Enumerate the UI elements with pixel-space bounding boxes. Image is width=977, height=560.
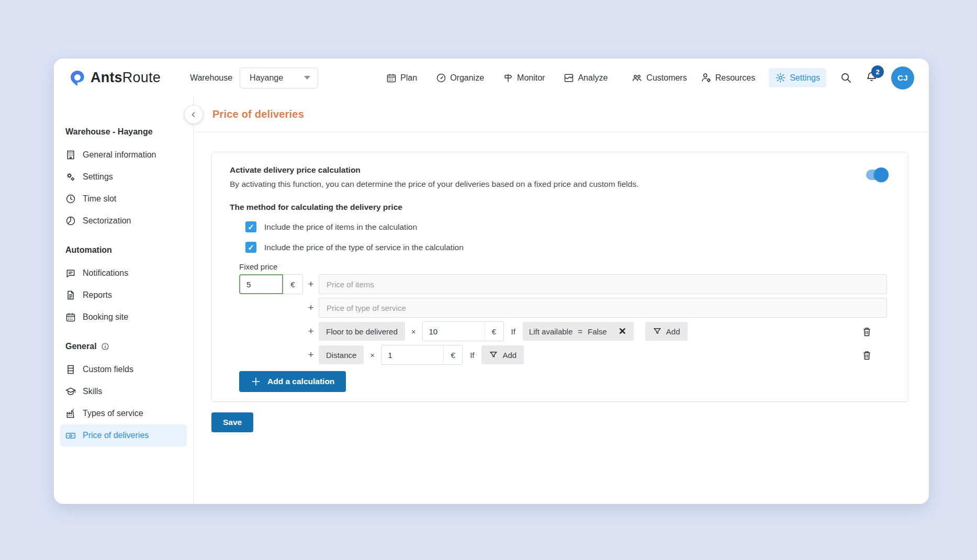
sidebar-item-reports[interactable]: Reports	[60, 284, 187, 306]
nav-item-label: Settings	[790, 73, 820, 83]
sidebar-item-label: General information	[83, 150, 156, 160]
sidebar-item-notifications[interactable]: Notifications	[60, 262, 187, 284]
delete-row-button[interactable]	[861, 326, 872, 337]
custom-field-chip-distance[interactable]: Distance	[319, 345, 364, 364]
avatar[interactable]: CJ	[891, 66, 914, 89]
multiply-operator: ×	[411, 327, 416, 336]
toggle-knob	[874, 167, 889, 182]
distance-rate-input[interactable]	[381, 345, 443, 364]
warehouse-select-value: Hayange	[250, 73, 283, 83]
sidebar-item-booking-site[interactable]: Booking site	[60, 306, 187, 328]
sidebar-item-skills[interactable]: Skills	[60, 380, 187, 402]
person-gear-icon	[701, 72, 712, 83]
nav-right-group: Customers Resources Settings 2 CJ	[632, 66, 914, 89]
remove-condition-button[interactable]: ✕	[617, 326, 627, 337]
nav-item-resources[interactable]: Resources	[701, 72, 755, 83]
page-header: Price of deliveries	[194, 97, 929, 132]
main-nav-menu: Plan Organize Monitor Analyze	[386, 73, 608, 83]
sidebar-section-title: Warehouse - Hayange	[60, 127, 187, 137]
if-label: If	[470, 351, 474, 360]
floor-rate-input[interactable]	[423, 322, 485, 341]
sidebar-item-label: Price of deliveries	[83, 431, 149, 440]
factory-icon	[65, 408, 76, 419]
condition-operator: =	[578, 327, 582, 336]
activation-toggle[interactable]	[866, 170, 887, 180]
nav-item-settings[interactable]: Settings	[769, 68, 826, 87]
add-calculation-button[interactable]: Add a calculation	[239, 371, 346, 392]
nav-item-plan[interactable]: Plan	[386, 73, 417, 83]
nav-item-label: Resources	[715, 73, 755, 83]
distance-rate-group: €	[381, 345, 463, 365]
checkbox-checked-icon[interactable]: ✓	[245, 221, 256, 232]
sidebar-item-sectorization[interactable]: Sectorization	[60, 210, 187, 232]
save-button[interactable]: Save	[211, 412, 253, 432]
nav-item-organize[interactable]: Organize	[436, 73, 484, 83]
currency-suffix: €	[283, 274, 303, 294]
sidebar-item-types-of-service[interactable]: Types of service	[60, 402, 187, 424]
sidebar-item-custom-fields[interactable]: Custom fields	[60, 359, 187, 380]
nav-item-label: Plan	[400, 73, 417, 83]
checkbox-row-items[interactable]: ✓ Include the price of items in the calc…	[245, 221, 887, 232]
calendar-icon	[386, 73, 397, 83]
back-button[interactable]	[185, 106, 203, 124]
chevron-down-icon	[304, 76, 310, 80]
notifications-bell[interactable]: 2	[866, 71, 878, 85]
fixed-price-label: Fixed price	[239, 262, 887, 271]
nav-item-monitor[interactable]: Monitor	[503, 73, 545, 83]
sidebar-item-settings[interactable]: Settings	[60, 166, 187, 188]
gears-icon	[65, 172, 76, 182]
sidebar-item-price-of-deliveries[interactable]: Price of deliveries	[60, 424, 187, 446]
fixed-price-group: €	[239, 274, 303, 294]
sidebar-item-label: Custom fields	[83, 365, 133, 374]
plus-operator: +	[303, 349, 319, 361]
condition-value: False	[588, 327, 607, 336]
nav-item-customers[interactable]: Customers	[632, 72, 687, 83]
calculation-builder: Fixed price € +	[239, 262, 887, 392]
app-window: AntsRoute Warehouse Hayange Plan Organiz…	[54, 59, 929, 504]
sidebar-item-general-information[interactable]: General information	[60, 144, 187, 166]
sidebar-item-time-slot[interactable]: Time slot	[60, 188, 187, 210]
delete-row-button[interactable]	[861, 350, 872, 361]
checkbox-label: Include the price of items in the calcul…	[264, 222, 417, 232]
checkbox-row-service[interactable]: ✓ Include the price of the type of servi…	[245, 242, 887, 253]
document-icon	[65, 290, 76, 300]
search-button[interactable]	[840, 72, 852, 84]
warehouse-label: Warehouse	[190, 73, 232, 83]
custom-field-chip-floor[interactable]: Floor to be delivered	[319, 322, 405, 341]
sidebar-section-title: Automation	[60, 245, 187, 255]
calc-row-type-of-service: +	[239, 298, 887, 318]
antsroute-logo[interactable]: AntsRoute	[69, 69, 161, 87]
sidebar-item-label: Settings	[83, 172, 113, 182]
add-filter-button[interactable]: Add	[481, 345, 524, 364]
condition-chip-lift[interactable]: Lift available = False ✕	[523, 322, 634, 341]
nav-item-label: Organize	[450, 73, 484, 83]
main-content: Price of deliveries Activate delivery pr…	[194, 97, 929, 504]
checkbox-checked-icon[interactable]: ✓	[245, 242, 256, 253]
warehouse-selector-group: Warehouse Hayange	[190, 68, 318, 88]
notification-badge: 2	[871, 65, 884, 78]
floor-rate-group: €	[422, 321, 504, 341]
trash-icon	[861, 326, 872, 337]
fixed-price-input[interactable]	[239, 274, 283, 294]
method-title: The method for calculating the delivery …	[230, 203, 887, 212]
list-icon	[65, 364, 76, 375]
nav-item-analyze[interactable]: Analyze	[564, 73, 608, 83]
condition-field: Lift available	[529, 327, 572, 336]
add-filter-label: Add	[666, 327, 680, 336]
price-calculation-card: Activate delivery price calculation By a…	[211, 152, 908, 402]
calc-row-floor: + Floor to be delivered × € If Lift avai…	[239, 321, 887, 341]
graduation-cap-icon	[65, 386, 76, 397]
checkbox-label: Include the price of the type of service…	[264, 243, 464, 252]
plus-operator: +	[303, 278, 319, 290]
sidebar-section-title: General	[60, 342, 187, 351]
add-filter-label: Add	[502, 351, 516, 360]
add-calculation-label: Add a calculation	[267, 377, 334, 386]
antsroute-logo-icon	[69, 69, 86, 87]
chevron-left-icon	[189, 110, 198, 119]
calendar-icon	[65, 312, 76, 322]
brand-name: AntsRoute	[91, 70, 161, 86]
add-filter-button[interactable]: Add	[645, 322, 688, 341]
warehouse-select[interactable]: Hayange	[240, 68, 318, 88]
signpost-icon	[503, 73, 513, 83]
sidebar-item-label: Booking site	[83, 312, 128, 322]
